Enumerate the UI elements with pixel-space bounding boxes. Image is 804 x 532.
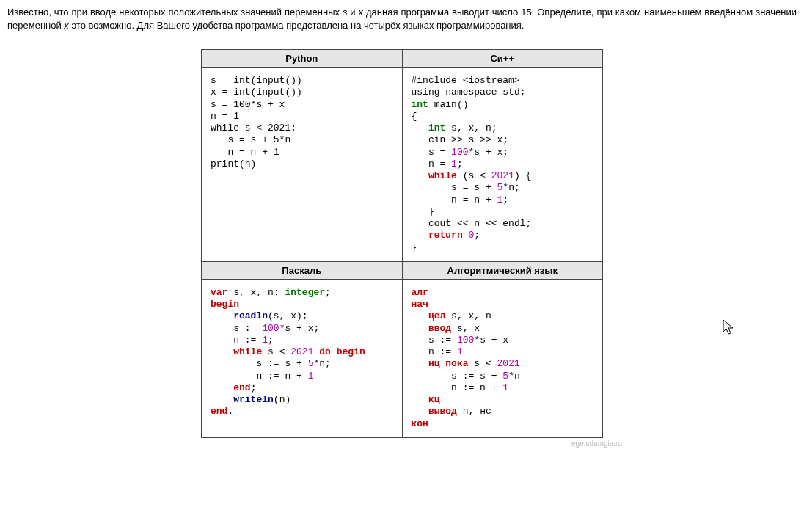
code-cell-python: s = int(input()) x = int(input()) s = 10… (202, 68, 403, 262)
header-cpp: Си++ (402, 50, 603, 68)
header-python: Python (202, 50, 403, 68)
text: и (347, 7, 358, 18)
problem-statement: Известно, что при вводе некоторых положи… (7, 6, 797, 32)
code-table: Python Си++ s = int(input()) x = int(inp… (201, 49, 603, 438)
alg-code: алг нач цел s, x, n ввод s, x s := 100*s… (412, 287, 594, 430)
code-cell-cpp: #include <iostream> using namespace std;… (402, 68, 603, 262)
text: Известно, что при вводе некоторых положи… (7, 7, 343, 18)
code-cell-alg: алг нач цел s, x, n ввод s, x s := 100*s… (402, 279, 603, 437)
text: данная программа выводит число 15. (363, 7, 534, 18)
code-cell-pascal: var s, x, n: integer; begin readln(s, x)… (202, 279, 403, 437)
header-alg: Алгоритмический язык (402, 261, 603, 279)
python-code: s = int(input()) x = int(input()) s = 10… (211, 75, 393, 170)
header-pascal: Паскаль (202, 261, 403, 279)
code-table-wrap: Python Си++ s = int(input()) x = int(inp… (7, 49, 797, 438)
cpp-code: #include <iostream> using namespace std;… (412, 75, 594, 254)
pascal-code: var s, x, n: integer; begin readln(s, x)… (211, 287, 393, 418)
text: это возможно. Для Вашего удобства програ… (69, 20, 525, 31)
source-footer: ege.sdamgia.ru (7, 440, 797, 448)
